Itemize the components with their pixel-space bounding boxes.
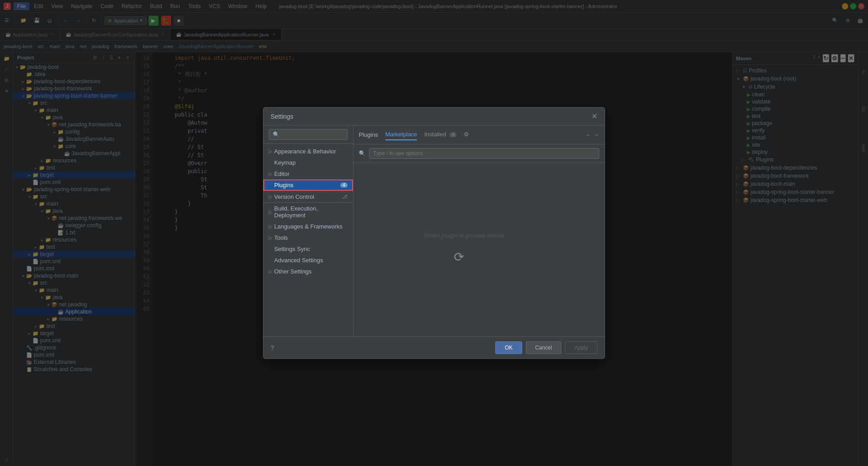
- appearance-arrow-icon: ▷: [269, 149, 272, 154]
- tools-arrow-icon: ▷: [269, 235, 272, 240]
- editor-arrow-icon: ▷: [269, 171, 272, 176]
- dialog-footer: ? OK Cancel Apply: [263, 336, 605, 358]
- loading-indicator: ⟳: [454, 250, 464, 264]
- plugins-search-icon: 🔍: [359, 150, 366, 157]
- preview-text: Select plugin to preview details: [424, 232, 504, 239]
- dialog-help-button[interactable]: ?: [271, 344, 274, 351]
- plugins-panel: Plugins Marketplace Installed 4 ⚙ ← → 🔍: [353, 125, 605, 336]
- settings-item-plugins[interactable]: ▷ Plugins 4: [263, 179, 353, 191]
- build-arrow-icon: ▷: [269, 210, 272, 215]
- settings-item-vcs[interactable]: ▷ Version Control ⎇: [263, 191, 353, 203]
- dialog-title: Settings: [271, 113, 294, 120]
- dialog-apply-button[interactable]: Apply: [565, 341, 597, 354]
- sync-label: Settings Sync: [274, 246, 310, 252]
- plugins-title-label: Plugins: [359, 131, 378, 138]
- marketplace-tab[interactable]: Marketplace: [385, 129, 417, 140]
- dialog-ok-button[interactable]: OK: [495, 341, 522, 354]
- settings-item-appearance[interactable]: ▷ Appearance & Behavior: [263, 146, 353, 157]
- settings-menu: ▷ Appearance & Behavior ▷ Keymap ▷ Edito…: [263, 144, 353, 279]
- plugins-tabs-header: Plugins Marketplace Installed 4 ⚙ ← →: [353, 125, 605, 144]
- settings-item-languages[interactable]: ▷ Languages & Frameworks: [263, 221, 353, 232]
- other-label: Other Settings: [274, 268, 312, 275]
- dialog-cancel-button[interactable]: Cancel: [526, 341, 561, 354]
- plugins-gear-tab[interactable]: ⚙: [464, 129, 469, 140]
- settings-search: [263, 125, 353, 144]
- other-arrow-icon: ▷: [269, 269, 272, 274]
- spinner-icon: ⟳: [454, 250, 464, 264]
- settings-item-build[interactable]: ▷ Build, Execution, Deployment: [263, 203, 353, 221]
- dialog-body: ▷ Appearance & Behavior ▷ Keymap ▷ Edito…: [263, 125, 605, 336]
- settings-item-advanced[interactable]: ▷ Advanced Settings: [263, 255, 353, 266]
- settings-dialog: Settings ✕ ▷ Appearance & Behavior ▷ Key…: [263, 107, 605, 359]
- plugins-nav: ← →: [585, 131, 599, 138]
- dialog-titlebar: Settings ✕: [263, 108, 605, 125]
- settings-item-other[interactable]: ▷ Other Settings: [263, 266, 353, 277]
- vcs-label: Version Control: [274, 193, 314, 200]
- plugins-preview-text: Select plugin to preview details: [424, 232, 504, 239]
- settings-search-input[interactable]: [269, 129, 348, 140]
- settings-item-keymap[interactable]: ▷ Keymap: [263, 157, 353, 168]
- tools-label: Tools: [274, 234, 288, 241]
- settings-overlay: Settings ✕ ▷ Appearance & Behavior ▷ Key…: [0, 0, 868, 466]
- editor-label: Editor: [274, 170, 289, 177]
- installed-tab[interactable]: Installed 4: [424, 129, 457, 140]
- installed-count: 4: [450, 132, 457, 137]
- vcs-arrow-icon: ▷: [269, 194, 272, 199]
- dialog-buttons: OK Cancel Apply: [495, 341, 597, 354]
- keymap-label: Keymap: [274, 159, 296, 166]
- settings-item-editor[interactable]: ▷ Editor: [263, 168, 353, 179]
- build-label: Build, Execution, Deployment: [274, 205, 348, 219]
- dialog-close-button[interactable]: ✕: [592, 112, 597, 121]
- plugins-forward-button[interactable]: →: [593, 131, 599, 138]
- plugins-label: Plugins: [274, 182, 294, 188]
- plugins-back-button[interactable]: ←: [585, 131, 591, 138]
- settings-item-tools[interactable]: ▷ Tools: [263, 232, 353, 243]
- appearance-label: Appearance & Behavior: [274, 148, 336, 155]
- settings-left-panel: ▷ Appearance & Behavior ▷ Keymap ▷ Edito…: [263, 125, 353, 336]
- langs-label: Languages & Frameworks: [274, 223, 343, 230]
- plugins-badge: 4: [340, 183, 348, 188]
- plugins-content: Select plugin to preview details ⟳: [353, 163, 605, 336]
- installed-label: Installed: [424, 131, 446, 138]
- plugins-search-input[interactable]: [369, 148, 599, 159]
- vcs-badge: ⎇: [342, 194, 348, 200]
- langs-arrow-icon: ▷: [269, 224, 272, 229]
- settings-item-sync[interactable]: ▷ Settings Sync: [263, 243, 353, 255]
- plugins-search-bar: 🔍: [353, 144, 605, 163]
- advanced-label: Advanced Settings: [274, 257, 323, 264]
